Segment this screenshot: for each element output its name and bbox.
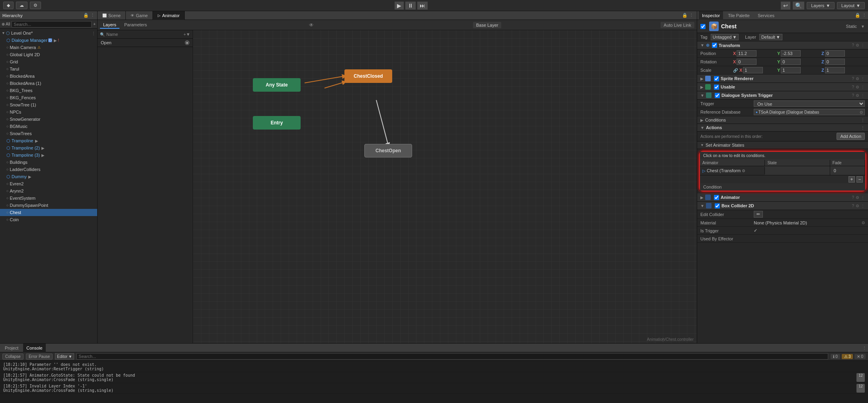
all-label[interactable]: ⊕ All bbox=[2, 22, 10, 26]
hierarchy-lock-icon[interactable]: 🔒 bbox=[83, 13, 89, 18]
hierarchy-item-blockedarea1[interactable]: ○ BlockedArea (1) bbox=[0, 80, 97, 87]
inspector-lock-icon[interactable]: 🔒 bbox=[855, 13, 860, 18]
scale-x-input[interactable] bbox=[743, 67, 763, 73]
error-pause-button[interactable]: Error Pause bbox=[26, 354, 53, 360]
hierarchy-item-bgmusic[interactable]: ○ BGMusic bbox=[0, 123, 97, 130]
animator-comp-enabled-checkbox[interactable] bbox=[714, 195, 719, 200]
animator-node-entry[interactable]: Entry bbox=[253, 116, 301, 130]
search-button[interactable]: 🔍 bbox=[793, 2, 804, 10]
position-y-input[interactable] bbox=[781, 50, 801, 57]
hierarchy-more-icon[interactable]: ⋮ bbox=[90, 13, 95, 18]
hierarchy-item-trampoline2[interactable]: ⬡ Trampoline (2) ▶ bbox=[0, 144, 97, 151]
tab-inspector[interactable]: Inspector bbox=[699, 11, 723, 20]
sprite-renderer-enabled-checkbox[interactable] bbox=[714, 76, 719, 81]
hierarchy-item-evren2[interactable]: ○ Evren2 bbox=[0, 180, 97, 187]
ref-db-link-icon[interactable]: ⊙ bbox=[860, 110, 863, 114]
hierarchy-item-grid[interactable]: ○ Grid bbox=[0, 58, 97, 65]
usable-help-icon[interactable]: ? bbox=[852, 85, 854, 89]
tab-services[interactable]: Services bbox=[755, 11, 778, 20]
cell-fade-value[interactable] bbox=[830, 166, 865, 175]
hierarchy-item-dummy[interactable]: ⬡ Dummy ▶ bbox=[0, 173, 97, 180]
animator-more-icon[interactable]: ⋮ bbox=[689, 13, 694, 18]
usable-enabled-checkbox[interactable] bbox=[714, 85, 719, 90]
rotation-y-input[interactable] bbox=[781, 59, 801, 65]
animator-lock-icon[interactable]: 🔒 bbox=[682, 13, 688, 18]
hierarchy-item-blockedarea[interactable]: ○ BlockedArea bbox=[0, 73, 97, 80]
conditions-more-icon[interactable]: ⋮ bbox=[861, 118, 865, 122]
sprite-renderer-help-icon[interactable]: ? bbox=[852, 77, 854, 81]
settings-button[interactable]: ⚙ bbox=[30, 2, 41, 9]
cloud-button[interactable]: ☁ bbox=[16, 2, 27, 9]
layers-dropdown[interactable]: Layers ▼ bbox=[807, 2, 835, 9]
hierarchy-item-trampoline[interactable]: ⬡ Trampoline ▶ bbox=[0, 137, 97, 144]
hierarchy-item-snowtree1[interactable]: ○ SnowTree (1) bbox=[0, 101, 97, 108]
hierarchy-item-snowtrees[interactable]: ○ SnowTrees bbox=[0, 130, 97, 137]
static-dropdown-arrow[interactable]: ▼ bbox=[861, 24, 865, 29]
undo-button[interactable]: ↩ bbox=[781, 2, 790, 10]
trigger-value-dropdown[interactable]: On Use bbox=[754, 100, 865, 107]
transform-component-header[interactable]: ▼ ⊕ Transform ? ⚙ ⋮ bbox=[697, 41, 868, 49]
transform-more-icon[interactable]: ⋮ bbox=[861, 43, 865, 47]
layers-add-icon[interactable]: +▼ bbox=[184, 32, 190, 37]
hierarchy-item-global-light[interactable]: ○ Global Light 2D bbox=[0, 51, 97, 58]
set-animator-states-header[interactable]: ▼ Set Animator States bbox=[697, 142, 868, 149]
pause-button[interactable]: ⏸ bbox=[405, 2, 416, 10]
console-msg-1[interactable]: [18:21:10] Parameter '' does not exist.U… bbox=[0, 362, 868, 372]
hierarchy-item-npcs[interactable]: ○ NPCs bbox=[0, 108, 97, 116]
box-collider-settings-icon[interactable]: ⚙ bbox=[856, 204, 859, 208]
unity-logo-button[interactable]: ◆ bbox=[3, 2, 14, 9]
auto-live-link-button[interactable]: Auto Live Link bbox=[661, 22, 694, 28]
tab-scene[interactable]: ⬜ Scene bbox=[98, 11, 126, 20]
object-enabled-checkbox[interactable] bbox=[700, 24, 706, 29]
canvas-more-icon[interactable]: ⋮ bbox=[661, 337, 665, 342]
hierarchy-item-bkg-trees[interactable]: ○ BKG_Trees bbox=[0, 87, 97, 94]
anim-subtab-parameters[interactable]: Parameters bbox=[121, 22, 150, 29]
animator-component-header[interactable]: ▶ Animator ? ⚙ ⋮ bbox=[697, 193, 868, 202]
cell-animator-settings-icon[interactable]: ⚙ bbox=[742, 169, 745, 173]
collapse-button[interactable]: Collapse bbox=[2, 354, 23, 360]
layer-dropdown[interactable]: Default ▼ bbox=[759, 34, 782, 40]
hierarchy-item-main-camera[interactable]: ○ Main Camera ⚠ bbox=[0, 44, 97, 51]
hierarchy-item-arynn2[interactable]: ○ Arynn2 bbox=[0, 187, 97, 195]
dialogue-trigger-header[interactable]: ▼ Dialogue System Trigger ? ⚙ ⋮ bbox=[697, 91, 868, 100]
usable-more-icon[interactable]: ⋮ bbox=[861, 85, 865, 89]
sprite-renderer-more-icon[interactable]: ⋮ bbox=[861, 77, 865, 81]
transform-enabled-checkbox[interactable] bbox=[712, 43, 717, 48]
add-row-button[interactable]: + bbox=[848, 176, 855, 183]
edit-collider-button[interactable]: ✏ bbox=[754, 211, 763, 218]
anim-subtab-layers[interactable]: Layers bbox=[100, 22, 119, 29]
animator-node-chest-closed[interactable]: ChestClosed bbox=[344, 69, 392, 83]
layer-item-open[interactable]: Open ● bbox=[98, 39, 193, 47]
console-window-more[interactable]: ⋮ bbox=[862, 346, 866, 350]
scale-lock-icon[interactable]: 🔗 bbox=[733, 68, 738, 73]
tab-tile-palette[interactable]: Tile Palette bbox=[725, 11, 753, 20]
hierarchy-item-eventsystem[interactable]: ○ EventSystem bbox=[0, 195, 97, 202]
console-msg-2[interactable]: [18:21:57] Animator.GotoState: State cou… bbox=[0, 372, 868, 383]
level-one-more[interactable]: ⋮ bbox=[92, 31, 96, 35]
hierarchy-item-tarul[interactable]: ○ Tarul bbox=[0, 65, 97, 73]
editor-dropdown[interactable]: Editor ▼ bbox=[55, 353, 74, 360]
transform-help-icon[interactable]: ? bbox=[852, 43, 854, 47]
position-x-input[interactable] bbox=[737, 50, 757, 57]
scale-z-input[interactable] bbox=[825, 67, 845, 73]
position-z-input[interactable] bbox=[825, 50, 845, 57]
hierarchy-item-bkg-fences[interactable]: ○ BKG_Fences bbox=[0, 94, 97, 101]
animator-comp-settings-icon[interactable]: ⚙ bbox=[856, 195, 859, 200]
animator-canvas[interactable]: Any State Entry ChestClosed ChestOpen An… bbox=[193, 30, 697, 343]
tab-game[interactable]: 👁 Game bbox=[126, 11, 153, 20]
box-collider-enabled-checkbox[interactable] bbox=[715, 203, 720, 208]
console-msg-3[interactable]: [18:21:57] Invalid Layer Index '-1'Unity… bbox=[0, 383, 868, 394]
ref-db-value[interactable]: ● TSoA Dialogue (Dialogue Databas ⊙ bbox=[754, 109, 865, 115]
hierarchy-item-buildings[interactable]: ○ Buildings bbox=[0, 159, 97, 166]
animator-comp-more-icon[interactable]: ⋮ bbox=[861, 195, 865, 200]
dialogue-trigger-enabled-checkbox[interactable] bbox=[715, 93, 720, 98]
remove-row-button[interactable]: − bbox=[856, 176, 863, 183]
animator-node-any-state[interactable]: Any State bbox=[253, 78, 301, 92]
usable-settings-icon[interactable]: ⚙ bbox=[856, 85, 859, 89]
animator-table-row[interactable]: ▷ Chest (Transform ⚙ bbox=[700, 166, 865, 175]
scale-y-input[interactable] bbox=[781, 67, 801, 73]
hierarchy-item-chest[interactable]: ○ Chest bbox=[0, 209, 97, 216]
animator-comp-help-icon[interactable]: ? bbox=[852, 195, 854, 200]
add-action-button[interactable]: Add Action bbox=[837, 133, 865, 140]
animator-node-chest-open[interactable]: ChestOpen bbox=[364, 144, 412, 157]
